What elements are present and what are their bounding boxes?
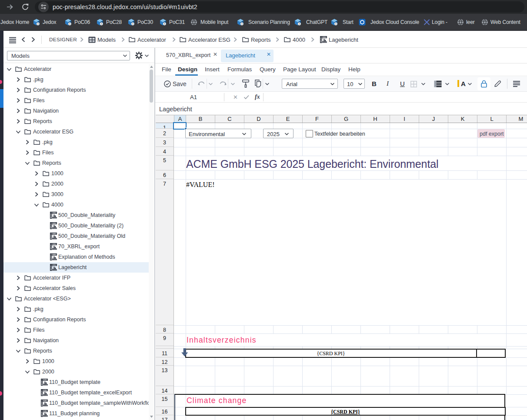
svg-text:4: 4 [101, 23, 102, 25]
svg-text:4: 4 [132, 23, 133, 25]
svg-text:4: 4 [241, 23, 243, 25]
svg-text:4: 4 [335, 23, 337, 25]
svg-text:4: 4 [164, 23, 165, 25]
svg-text:4: 4 [37, 23, 39, 25]
svg-text:4: 4 [299, 23, 300, 25]
svg-text:4: 4 [69, 23, 70, 25]
